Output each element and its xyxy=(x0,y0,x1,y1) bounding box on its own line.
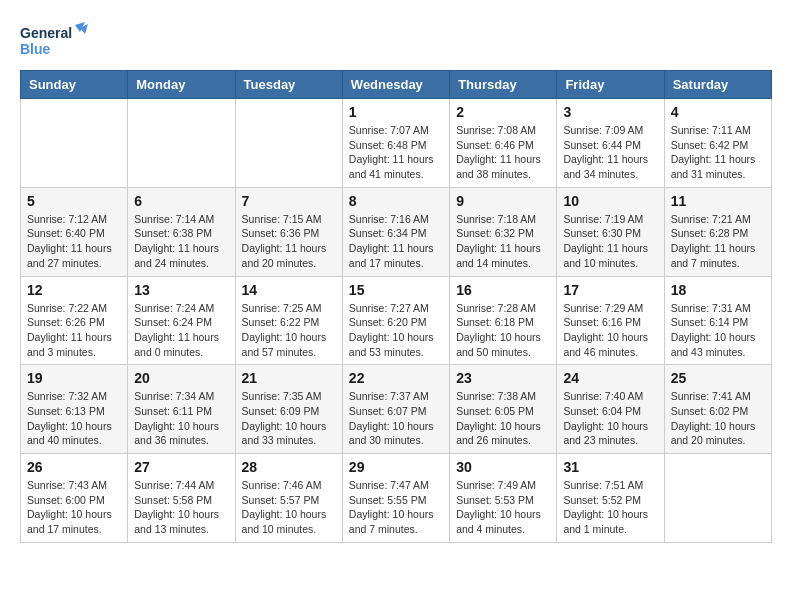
svg-text:General: General xyxy=(20,25,72,41)
weekday-header-sunday: Sunday xyxy=(21,71,128,99)
day-number: 14 xyxy=(242,282,336,298)
calendar-cell: 15Sunrise: 7:27 AM Sunset: 6:20 PM Dayli… xyxy=(342,276,449,365)
day-number: 7 xyxy=(242,193,336,209)
calendar-cell: 25Sunrise: 7:41 AM Sunset: 6:02 PM Dayli… xyxy=(664,365,771,454)
calendar-cell xyxy=(128,99,235,188)
calendar-cell: 27Sunrise: 7:44 AM Sunset: 5:58 PM Dayli… xyxy=(128,454,235,543)
day-info: Sunrise: 7:25 AM Sunset: 6:22 PM Dayligh… xyxy=(242,301,336,360)
day-info: Sunrise: 7:16 AM Sunset: 6:34 PM Dayligh… xyxy=(349,212,443,271)
week-row-2: 5Sunrise: 7:12 AM Sunset: 6:40 PM Daylig… xyxy=(21,187,772,276)
day-number: 29 xyxy=(349,459,443,475)
day-number: 4 xyxy=(671,104,765,120)
day-info: Sunrise: 7:21 AM Sunset: 6:28 PM Dayligh… xyxy=(671,212,765,271)
day-info: Sunrise: 7:34 AM Sunset: 6:11 PM Dayligh… xyxy=(134,389,228,448)
day-number: 23 xyxy=(456,370,550,386)
week-row-3: 12Sunrise: 7:22 AM Sunset: 6:26 PM Dayli… xyxy=(21,276,772,365)
day-number: 26 xyxy=(27,459,121,475)
day-number: 27 xyxy=(134,459,228,475)
svg-text:Blue: Blue xyxy=(20,41,51,57)
day-number: 18 xyxy=(671,282,765,298)
calendar-cell: 20Sunrise: 7:34 AM Sunset: 6:11 PM Dayli… xyxy=(128,365,235,454)
day-number: 2 xyxy=(456,104,550,120)
page-header: General Blue xyxy=(20,20,772,60)
day-number: 22 xyxy=(349,370,443,386)
day-number: 11 xyxy=(671,193,765,209)
day-info: Sunrise: 7:37 AM Sunset: 6:07 PM Dayligh… xyxy=(349,389,443,448)
day-number: 20 xyxy=(134,370,228,386)
calendar-cell: 23Sunrise: 7:38 AM Sunset: 6:05 PM Dayli… xyxy=(450,365,557,454)
calendar-cell: 14Sunrise: 7:25 AM Sunset: 6:22 PM Dayli… xyxy=(235,276,342,365)
calendar-cell: 4Sunrise: 7:11 AM Sunset: 6:42 PM Daylig… xyxy=(664,99,771,188)
day-number: 15 xyxy=(349,282,443,298)
day-info: Sunrise: 7:15 AM Sunset: 6:36 PM Dayligh… xyxy=(242,212,336,271)
calendar-cell: 13Sunrise: 7:24 AM Sunset: 6:24 PM Dayli… xyxy=(128,276,235,365)
day-info: Sunrise: 7:49 AM Sunset: 5:53 PM Dayligh… xyxy=(456,478,550,537)
calendar-cell: 5Sunrise: 7:12 AM Sunset: 6:40 PM Daylig… xyxy=(21,187,128,276)
calendar-cell: 12Sunrise: 7:22 AM Sunset: 6:26 PM Dayli… xyxy=(21,276,128,365)
day-number: 5 xyxy=(27,193,121,209)
day-info: Sunrise: 7:12 AM Sunset: 6:40 PM Dayligh… xyxy=(27,212,121,271)
day-number: 6 xyxy=(134,193,228,209)
day-info: Sunrise: 7:32 AM Sunset: 6:13 PM Dayligh… xyxy=(27,389,121,448)
day-info: Sunrise: 7:46 AM Sunset: 5:57 PM Dayligh… xyxy=(242,478,336,537)
day-number: 12 xyxy=(27,282,121,298)
day-number: 13 xyxy=(134,282,228,298)
day-info: Sunrise: 7:09 AM Sunset: 6:44 PM Dayligh… xyxy=(563,123,657,182)
day-number: 25 xyxy=(671,370,765,386)
calendar-cell: 24Sunrise: 7:40 AM Sunset: 6:04 PM Dayli… xyxy=(557,365,664,454)
day-info: Sunrise: 7:11 AM Sunset: 6:42 PM Dayligh… xyxy=(671,123,765,182)
calendar-cell: 19Sunrise: 7:32 AM Sunset: 6:13 PM Dayli… xyxy=(21,365,128,454)
day-number: 28 xyxy=(242,459,336,475)
logo-svg: General Blue xyxy=(20,20,90,60)
week-row-4: 19Sunrise: 7:32 AM Sunset: 6:13 PM Dayli… xyxy=(21,365,772,454)
calendar-cell: 31Sunrise: 7:51 AM Sunset: 5:52 PM Dayli… xyxy=(557,454,664,543)
day-info: Sunrise: 7:31 AM Sunset: 6:14 PM Dayligh… xyxy=(671,301,765,360)
calendar-cell: 18Sunrise: 7:31 AM Sunset: 6:14 PM Dayli… xyxy=(664,276,771,365)
day-info: Sunrise: 7:18 AM Sunset: 6:32 PM Dayligh… xyxy=(456,212,550,271)
calendar-cell: 26Sunrise: 7:43 AM Sunset: 6:00 PM Dayli… xyxy=(21,454,128,543)
day-info: Sunrise: 7:14 AM Sunset: 6:38 PM Dayligh… xyxy=(134,212,228,271)
calendar-cell: 7Sunrise: 7:15 AM Sunset: 6:36 PM Daylig… xyxy=(235,187,342,276)
calendar-cell: 21Sunrise: 7:35 AM Sunset: 6:09 PM Dayli… xyxy=(235,365,342,454)
calendar-cell: 8Sunrise: 7:16 AM Sunset: 6:34 PM Daylig… xyxy=(342,187,449,276)
calendar-cell xyxy=(235,99,342,188)
day-number: 31 xyxy=(563,459,657,475)
day-number: 1 xyxy=(349,104,443,120)
day-info: Sunrise: 7:28 AM Sunset: 6:18 PM Dayligh… xyxy=(456,301,550,360)
day-info: Sunrise: 7:40 AM Sunset: 6:04 PM Dayligh… xyxy=(563,389,657,448)
calendar-cell: 16Sunrise: 7:28 AM Sunset: 6:18 PM Dayli… xyxy=(450,276,557,365)
day-info: Sunrise: 7:27 AM Sunset: 6:20 PM Dayligh… xyxy=(349,301,443,360)
weekday-header-saturday: Saturday xyxy=(664,71,771,99)
calendar-cell: 29Sunrise: 7:47 AM Sunset: 5:55 PM Dayli… xyxy=(342,454,449,543)
calendar-table: SundayMondayTuesdayWednesdayThursdayFrid… xyxy=(20,70,772,543)
day-info: Sunrise: 7:08 AM Sunset: 6:46 PM Dayligh… xyxy=(456,123,550,182)
calendar-cell: 3Sunrise: 7:09 AM Sunset: 6:44 PM Daylig… xyxy=(557,99,664,188)
day-info: Sunrise: 7:41 AM Sunset: 6:02 PM Dayligh… xyxy=(671,389,765,448)
day-info: Sunrise: 7:38 AM Sunset: 6:05 PM Dayligh… xyxy=(456,389,550,448)
day-info: Sunrise: 7:24 AM Sunset: 6:24 PM Dayligh… xyxy=(134,301,228,360)
calendar-cell: 2Sunrise: 7:08 AM Sunset: 6:46 PM Daylig… xyxy=(450,99,557,188)
weekday-header-row: SundayMondayTuesdayWednesdayThursdayFrid… xyxy=(21,71,772,99)
calendar-cell: 10Sunrise: 7:19 AM Sunset: 6:30 PM Dayli… xyxy=(557,187,664,276)
calendar-cell: 30Sunrise: 7:49 AM Sunset: 5:53 PM Dayli… xyxy=(450,454,557,543)
weekday-header-tuesday: Tuesday xyxy=(235,71,342,99)
day-number: 3 xyxy=(563,104,657,120)
calendar-cell: 11Sunrise: 7:21 AM Sunset: 6:28 PM Dayli… xyxy=(664,187,771,276)
day-number: 16 xyxy=(456,282,550,298)
day-info: Sunrise: 7:29 AM Sunset: 6:16 PM Dayligh… xyxy=(563,301,657,360)
weekday-header-monday: Monday xyxy=(128,71,235,99)
day-info: Sunrise: 7:22 AM Sunset: 6:26 PM Dayligh… xyxy=(27,301,121,360)
day-info: Sunrise: 7:07 AM Sunset: 6:48 PM Dayligh… xyxy=(349,123,443,182)
day-number: 19 xyxy=(27,370,121,386)
day-info: Sunrise: 7:47 AM Sunset: 5:55 PM Dayligh… xyxy=(349,478,443,537)
calendar-cell xyxy=(21,99,128,188)
day-number: 17 xyxy=(563,282,657,298)
day-number: 30 xyxy=(456,459,550,475)
weekday-header-wednesday: Wednesday xyxy=(342,71,449,99)
week-row-1: 1Sunrise: 7:07 AM Sunset: 6:48 PM Daylig… xyxy=(21,99,772,188)
logo: General Blue xyxy=(20,20,90,60)
day-number: 21 xyxy=(242,370,336,386)
weekday-header-thursday: Thursday xyxy=(450,71,557,99)
day-info: Sunrise: 7:35 AM Sunset: 6:09 PM Dayligh… xyxy=(242,389,336,448)
day-info: Sunrise: 7:44 AM Sunset: 5:58 PM Dayligh… xyxy=(134,478,228,537)
